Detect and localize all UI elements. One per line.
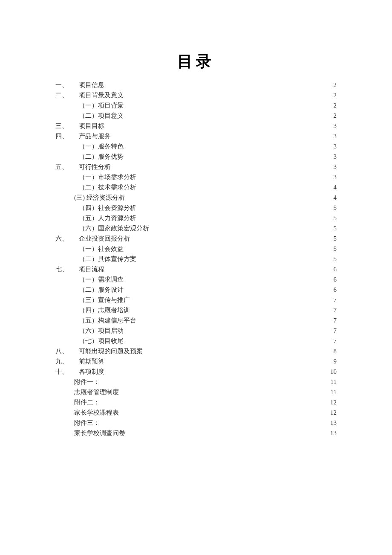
toc-label: 企业投资回报分析	[79, 233, 130, 244]
toc-leader-dots	[124, 152, 328, 159]
toc-entry: 一、家长学校调查问卷13	[55, 428, 337, 438]
toc-label: （二）项目意义	[79, 110, 124, 121]
toc-leader-dots	[137, 203, 328, 210]
toc-label: 附件三：	[74, 418, 100, 428]
toc-page-number: 3	[329, 121, 337, 131]
toc-page-number: 7	[329, 336, 337, 346]
toc-entry: 一、附件一：11	[55, 377, 337, 387]
toc-label: （三）宣传与推广	[79, 295, 130, 305]
toc-label: 项目目标	[79, 121, 104, 131]
toc-label: 家长学校调查问卷	[74, 428, 125, 438]
toc-marker: 五、	[55, 162, 79, 172]
toc-leader-dots	[124, 285, 328, 292]
toc-leader-dots	[120, 408, 328, 415]
toc-leader-dots	[150, 224, 328, 230]
toc-marker: 八、	[55, 346, 79, 356]
toc-label: （一）市场需求分析	[79, 172, 136, 182]
toc-leader-dots	[126, 193, 328, 200]
toc-page-number: 7	[329, 295, 337, 305]
toc-leader-dots	[131, 234, 328, 241]
toc-leader-dots	[124, 244, 328, 251]
toc-entry: 一、（六）国家政策宏观分析5	[55, 223, 337, 233]
toc-label: （一）需求调查	[79, 274, 124, 285]
toc-label: (三) 经济资源分析	[74, 192, 125, 203]
toc-page-number: 5	[329, 254, 337, 264]
toc-page-number: 9	[329, 356, 337, 366]
toc-label: 前期预算	[79, 356, 104, 366]
toc-page-number: 11	[329, 387, 337, 397]
toc-page-number: 3	[329, 131, 337, 141]
toc-leader-dots	[124, 101, 328, 108]
toc-entry: 五、可行性分析3	[55, 162, 337, 172]
toc-label: （四）社会资源分析	[79, 203, 136, 213]
toc-entry: 三、项目目标3	[55, 121, 337, 131]
toc-entry: 一、附件三：13	[55, 418, 337, 428]
toc-list: 一、项目信息2二、项目背景及意义2一、（一）项目背景2一、（二）项目意义2三、项…	[55, 80, 337, 438]
toc-page-number: 7	[329, 315, 337, 325]
toc-label: （六）项目启动	[79, 325, 124, 336]
toc-entry: 一、（七）项目收尾7	[55, 336, 337, 346]
toc-entry: 一、（一）需求调查6	[55, 274, 337, 285]
toc-marker: 十、	[55, 366, 79, 377]
toc-entry: 一、(三) 经济资源分析4	[55, 192, 337, 203]
toc-entry: 十、各项制度10	[55, 366, 337, 377]
toc-leader-dots	[131, 306, 328, 312]
toc-leader-dots	[131, 296, 328, 302]
toc-leader-dots	[105, 122, 328, 128]
toc-leader-dots	[144, 347, 328, 353]
toc-page-number: 5	[329, 203, 337, 213]
toc-leader-dots	[137, 255, 328, 261]
toc-page-number: 2	[329, 80, 337, 90]
toc-page-number: 3	[329, 162, 337, 172]
toc-title: 目录	[55, 51, 337, 72]
toc-label: （四）志愿者培训	[79, 305, 130, 315]
toc-page-number: 13	[329, 418, 337, 428]
toc-leader-dots	[137, 173, 328, 179]
toc-page-number: 3	[329, 151, 337, 162]
toc-page-number: 10	[329, 366, 337, 377]
toc-entry: 一、（二）服务优势3	[55, 151, 337, 162]
toc-marker: 四、	[55, 131, 79, 141]
toc-label: （六）国家政策宏观分析	[79, 223, 149, 233]
toc-marker: 九、	[55, 356, 79, 366]
toc-page-number: 12	[329, 397, 337, 407]
toc-entry: 一、（四）社会资源分析5	[55, 203, 337, 213]
toc-entry: 一、（二）服务设计6	[55, 285, 337, 295]
toc-page-number: 6	[329, 285, 337, 295]
toc-entry: 一、（六）项目启动7	[55, 325, 337, 336]
toc-leader-dots	[101, 418, 328, 425]
toc-marker: 七、	[55, 264, 79, 274]
toc-leader-dots	[124, 111, 328, 118]
toc-label: （五）人力资源分析	[79, 213, 136, 223]
toc-leader-dots	[124, 337, 328, 343]
toc-label: 产品与服务	[79, 131, 111, 141]
toc-entry: 一、（二）技术需求分析4	[55, 182, 337, 192]
toc-entry: 一、（二）项目意义2	[55, 110, 337, 121]
toc-page-number: 7	[329, 305, 337, 315]
toc-entry: 一、（四）志愿者培训7	[55, 305, 337, 315]
toc-page-number: 3	[329, 172, 337, 182]
toc-entry: 一、（一）市场需求分析3	[55, 172, 337, 182]
toc-label: 可行性分析	[79, 162, 111, 172]
toc-page-number: 4	[329, 182, 337, 192]
toc-entry: 一、附件二：12	[55, 397, 337, 407]
toc-label: 项目背景及意义	[79, 90, 124, 100]
toc-page-number: 5	[329, 223, 337, 233]
toc-page-number: 2	[329, 90, 337, 100]
toc-leader-dots	[105, 357, 328, 363]
toc-leader-dots	[112, 163, 328, 169]
toc-label: 附件二：	[74, 397, 100, 407]
toc-label: （五）构建信息平台	[79, 315, 136, 325]
toc-page-number: 2	[329, 100, 337, 110]
toc-entry: 一、（一）项目背景2	[55, 100, 337, 110]
toc-leader-dots	[126, 429, 328, 435]
toc-entry: 一、（五）构建信息平台7	[55, 315, 337, 325]
toc-leader-dots	[124, 142, 328, 148]
toc-label: 各项制度	[79, 366, 104, 377]
toc-entry: 六、企业投资回报分析5	[55, 233, 337, 244]
toc-label: （七）项目收尾	[79, 336, 124, 346]
toc-page-number: 5	[329, 244, 337, 254]
toc-label: 志愿者管理制度	[74, 387, 119, 397]
toc-leader-dots	[137, 214, 328, 220]
toc-label: （二）服务设计	[79, 285, 124, 295]
